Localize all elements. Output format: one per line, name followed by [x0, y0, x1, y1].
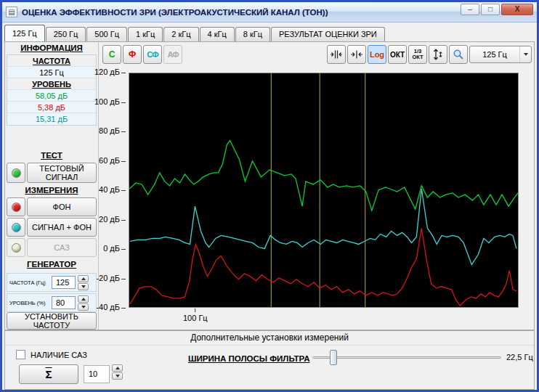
background-letter-icon: Ф [129, 49, 136, 60]
dropdown-arrow-icon [524, 53, 528, 56]
curve-toggle-group: С Ф СФ АФ [102, 45, 182, 64]
frequency-dropdown[interactable]: 125 Гц [469, 46, 532, 63]
tab-250hz[interactable]: 250 Гц [46, 27, 86, 41]
spin-up-button[interactable] [78, 295, 89, 303]
sigma-icon: Σ [45, 368, 52, 380]
tab-bar: 125 Гц 250 Гц 500 Гц 1 кГц 2 кГц 4 кГц 8… [4, 25, 535, 41]
tab-1khz[interactable]: 1 кГц [128, 27, 163, 41]
y-tick-mark-icon [121, 131, 126, 132]
tab-result[interactable]: РЕЗУЛЬТАТ ОЦЕНКИ ЗРИ [271, 27, 385, 41]
y-axis-tick-label: 120 дБ [94, 68, 120, 76]
filter-slider-track[interactable] [312, 356, 501, 359]
zoom-button[interactable] [449, 45, 468, 64]
signal-background-led-icon [12, 223, 21, 232]
zoom-icon [453, 49, 464, 60]
log-scale-button[interactable]: Log [368, 45, 386, 64]
test-header: ТЕСТ [5, 151, 98, 160]
y-tick-mark-icon [121, 220, 126, 221]
generator-frequency-input[interactable]: 125 [52, 276, 76, 289]
third-octave-button[interactable]: 1/3 ОКТ [408, 45, 427, 64]
sidebar: ИНФОРМАЦИЯ ЧАСТОТА 125 Гц УРОВЕНЬ 58,05 … [5, 42, 99, 330]
compress-horizontal-button[interactable] [347, 45, 366, 64]
y-tick-mark-icon [121, 279, 126, 279]
third-octave-label: 1/3 ОКТ [411, 49, 424, 60]
tab-500hz[interactable]: 500 Гц [86, 27, 127, 41]
saz-led-icon [12, 243, 21, 253]
sum-count-input[interactable]: 10 [84, 365, 110, 383]
app-window: ▤ ОЦЕНКА ЭФФЕКТИВНОСТИ ЗРИ (ЭЛЕКТРОАКУСТ… [0, 0, 539, 392]
curve-фон (Ф) [130, 228, 516, 306]
saz-checkbox[interactable] [16, 350, 25, 359]
window-title: ОЦЕНКА ЭФФЕКТИВНОСТИ ЗРИ (ЭЛЕКТРОАКУСТИЧ… [22, 8, 328, 17]
dropdown-arrow-button[interactable] [519, 46, 531, 62]
generator-level-input[interactable]: 80 [52, 296, 76, 309]
octave-label: ОКТ [390, 51, 405, 59]
spin-down-icon [81, 285, 86, 288]
tab-8khz[interactable]: 8 кГц [235, 27, 270, 41]
background-curve-toggle-button[interactable]: Ф [123, 45, 142, 64]
spin-up-icon [115, 367, 120, 369]
frequency-header: ЧАСТОТА [7, 55, 96, 67]
background-button[interactable]: ФОН [27, 197, 97, 216]
octave-button[interactable]: ОКТ [388, 45, 407, 64]
autoscale-y-icon [432, 49, 444, 60]
background-led-button[interactable] [7, 197, 25, 216]
signal-background-curve-toggle-button[interactable]: СФ [143, 45, 162, 64]
main-panel: ИНФОРМАЦИЯ ЧАСТОТА 125 Гц УРОВЕНЬ 58,05 … [4, 41, 535, 330]
chart-plot[interactable] [129, 73, 519, 308]
signal-background-row: СИГНАЛ + ФОН [7, 218, 97, 237]
tab-125hz[interactable]: 125 Гц [4, 25, 45, 41]
signal-background-led-button[interactable] [7, 218, 25, 237]
y-axis-tick-label: 60 дБ [99, 156, 120, 165]
test-led-button[interactable] [7, 163, 25, 183]
test-signal-button[interactable]: ТЕСТОВЫЙ СИГНАЛ [27, 163, 97, 183]
generator-level-spinner [78, 295, 89, 311]
x-tick-label: 100 Гц [183, 314, 208, 322]
curve-сигнал + фон (СФ) [130, 189, 516, 265]
tab-2khz[interactable]: 2 кГц [163, 27, 198, 41]
maximize-button[interactable]: □ [481, 4, 500, 15]
test-signal-row: ТЕСТОВЫЙ СИГНАЛ [7, 163, 97, 183]
saz-checkbox-label: НАЛИЧИЕ САЗ [31, 351, 87, 359]
y-axis-tick-label: -20 дБ [96, 274, 120, 282]
tab-4khz[interactable]: 4 кГц [200, 27, 235, 41]
filter-slider[interactable] [312, 350, 501, 365]
sum-button[interactable]: Σ [19, 364, 78, 384]
filter-slider-thumb[interactable] [330, 350, 337, 365]
set-frequency-button[interactable]: УСТАНОВИТЬ ЧАСТОТУ [7, 312, 97, 330]
generator-frequency-row: ЧАСТОТА (Гц) 125 [7, 273, 97, 292]
signal-letter-icon: С [109, 49, 115, 60]
spin-up-icon [81, 277, 86, 280]
spin-up-button[interactable] [78, 275, 89, 282]
af-letter-icon: АФ [167, 50, 178, 59]
background-row: ФОН [7, 197, 97, 216]
close-button[interactable]: X [501, 4, 533, 15]
frequency-value: 125 Гц [7, 67, 96, 78]
y-axis-tick-label: 20 дБ [99, 215, 120, 224]
window-controls: – □ X [461, 2, 533, 15]
plot-svg [129, 73, 518, 307]
signal-curve-toggle-button[interactable]: С [102, 45, 121, 64]
spin-down-button[interactable] [112, 372, 123, 380]
spin-down-button[interactable] [78, 283, 89, 290]
title-bar: ▤ ОЦЕНКА ЭФФЕКТИВНОСТИ ЗРИ (ЭЛЕКТРОАКУСТ… [2, 2, 537, 23]
spin-up-button[interactable] [112, 364, 123, 372]
minimize-button[interactable]: – [461, 4, 479, 15]
view-toolbar-group: Log ОКТ 1/3 ОКТ 125 Гц [327, 45, 532, 64]
x-axis-tick: 100 Гц [183, 309, 208, 322]
y-axis-tick-label: 0 дБ [103, 244, 120, 253]
test-led-icon [12, 168, 21, 178]
x-tick-mark-icon [195, 309, 195, 312]
x-axis: 100 Гц [129, 309, 519, 330]
measure-header: ИЗМЕРЕНИЯ [5, 186, 98, 195]
signal-background-button[interactable]: СИГНАЛ + ФОН [27, 218, 97, 237]
y-axis-tick-label: -40 дБ [96, 303, 120, 311]
frequency-dropdown-value: 125 Гц [470, 50, 519, 59]
fit-horizontal-button[interactable] [327, 45, 346, 64]
level-value-background: 5,38 дБ [7, 102, 96, 113]
background-led-icon [12, 203, 21, 212]
window-icon[interactable]: ▤ [6, 7, 17, 17]
saz-row: САЗ [7, 238, 97, 257]
autoscale-y-button[interactable] [429, 45, 447, 64]
spin-down-button[interactable] [78, 303, 89, 311]
